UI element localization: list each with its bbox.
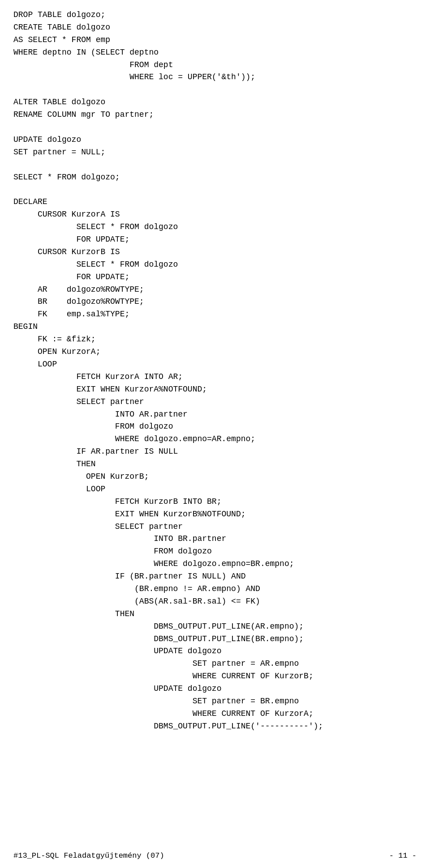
- footer-right: - 11 -: [389, 851, 417, 860]
- footer: #13_PL-SQL Feladatgyűjtemény (07) - 11 -: [0, 851, 430, 860]
- code-block: DROP TABLE dolgozo; CREATE TABLE dolgozo…: [0, 0, 430, 742]
- footer-left: #13_PL-SQL Feladatgyűjtemény (07): [13, 851, 164, 860]
